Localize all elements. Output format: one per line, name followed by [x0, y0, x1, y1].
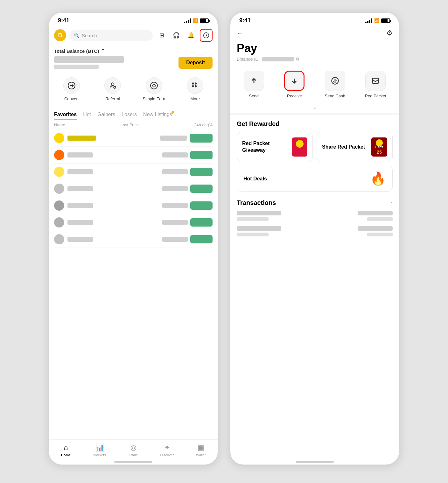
nav-markets-label: Markets	[93, 453, 106, 457]
tab-hot[interactable]: Hot	[83, 112, 91, 120]
tx-status	[367, 217, 393, 221]
right-status-bar: 9:41 📶	[230, 13, 399, 26]
table-row[interactable]	[54, 197, 213, 214]
more-icon	[187, 77, 203, 94]
tx-name	[237, 226, 281, 231]
svg-point-7	[195, 83, 196, 84]
tx-name	[237, 211, 281, 215]
transactions-header: Transactions ›	[237, 199, 393, 206]
table-row[interactable]	[54, 130, 213, 147]
left-phone: 9:41 📶 B 🔍 Search ⊞ �	[49, 13, 218, 465]
pay-action-send[interactable]: Send	[234, 67, 274, 102]
tx-right	[358, 211, 393, 221]
rewards-grid: Red Packet Giveaway Share Red Packet USD…	[237, 132, 393, 162]
pay-action-red-packet[interactable]: Red Packet	[355, 67, 396, 102]
nav-discover-label: Discover	[160, 453, 174, 457]
section-divider	[230, 113, 399, 115]
back-button[interactable]: ←	[237, 29, 244, 37]
pay-action-receive[interactable]: Receive	[274, 67, 315, 102]
tab-favorites[interactable]: Favorites	[54, 112, 77, 120]
left-status-bar: 9:41 📶	[49, 13, 218, 26]
settings-icon[interactable]: ⚙	[386, 29, 393, 37]
binance-id-label: Binance ID:	[237, 57, 260, 62]
wifi-icon: 📶	[374, 18, 379, 23]
table-row[interactable]	[54, 164, 213, 180]
svg-rect-11	[373, 78, 379, 83]
referral-label: Referral	[105, 96, 120, 101]
tx-right	[358, 226, 393, 236]
share-red-packet-label: Share Red Packet	[322, 144, 365, 150]
svg-point-9	[195, 86, 196, 87]
simple-earn-icon	[146, 77, 162, 94]
balance-section: Total Balance (BTC) ⌃ Deposit	[49, 44, 218, 72]
home-indicator	[114, 461, 152, 463]
price-col-header: Last Price	[121, 122, 139, 127]
tab-gainers[interactable]: Gainers	[97, 112, 115, 120]
receive-icon-box	[284, 71, 304, 91]
pay-title: Pay	[230, 38, 399, 56]
action-simple-earn[interactable]: Simple Earn	[134, 74, 174, 104]
expand-row[interactable]: ⌄	[230, 103, 399, 113]
coin-info	[54, 150, 162, 160]
table-row[interactable]	[237, 226, 393, 236]
receive-label: Receive	[287, 94, 302, 98]
tx-amount	[358, 226, 393, 231]
red-packet-giveaway-label: Red Packet Giveaway	[242, 140, 292, 154]
red-packet-icon-box	[365, 71, 386, 91]
nav-home[interactable]: ⌂ Home	[49, 442, 83, 458]
pay-icon[interactable]	[200, 29, 213, 42]
tx-date	[237, 217, 269, 221]
nav-wallet[interactable]: ▣ Wallet	[184, 442, 218, 458]
nav-markets[interactable]: 📊 Markets	[83, 442, 116, 458]
send-cash-icon-box	[325, 71, 345, 91]
deposit-button[interactable]: Deposit	[178, 57, 213, 69]
tx-left	[237, 211, 281, 221]
coin-info	[54, 200, 162, 211]
search-bar[interactable]: 🔍 Search	[69, 30, 153, 41]
wifi-icon: 📶	[193, 18, 198, 23]
pay-actions: Send Receive Send Cash	[230, 66, 399, 103]
pay-action-send-cash[interactable]: Send Cash	[315, 67, 355, 102]
share-red-packet-icon: USDT 25	[371, 137, 387, 157]
battery-icon	[200, 18, 209, 23]
hot-deals-card[interactable]: Hot Deals 🔥	[237, 166, 393, 192]
left-time: 9:41	[58, 17, 69, 24]
bell-icon[interactable]: 🔔	[185, 30, 197, 41]
balance-title: Total Balance (BTC) ⌃	[54, 48, 213, 54]
markets-icon: 📊	[95, 444, 104, 452]
chevron-right-icon[interactable]: ›	[391, 200, 393, 206]
balance-row: Deposit	[54, 56, 213, 69]
usdt-label: USDT	[375, 146, 383, 149]
svg-point-2	[111, 83, 114, 86]
red-packet-giveaway-icon	[292, 137, 307, 157]
send-label: Send	[249, 94, 259, 98]
red-packet-giveaway-card[interactable]: Red Packet Giveaway	[237, 132, 313, 162]
scan-icon[interactable]: ⊞	[156, 30, 167, 41]
usdt-amount: 25	[377, 150, 382, 155]
tx-date	[237, 233, 269, 236]
action-convert[interactable]: Convert	[52, 74, 92, 104]
copy-icon[interactable]: ⧉	[296, 56, 299, 62]
table-row[interactable]	[54, 214, 213, 231]
home-indicator	[296, 461, 334, 463]
share-red-packet-card[interactable]: Share Red Packet USDT 25	[317, 132, 393, 162]
right-header: ← ⚙	[230, 26, 399, 38]
table-row[interactable]	[54, 147, 213, 164]
search-icon: 🔍	[74, 33, 79, 38]
discover-icon: ✦	[164, 444, 170, 452]
tab-losers[interactable]: Losers	[122, 112, 137, 120]
action-more[interactable]: More	[175, 74, 215, 104]
right-phone: 9:41 📶 ← ⚙ Pay Binance ID:	[230, 13, 399, 465]
table-row[interactable]	[54, 180, 213, 197]
table-row[interactable]	[237, 211, 393, 221]
action-referral[interactable]: Referral	[93, 74, 133, 104]
battery-icon	[381, 18, 390, 23]
headset-icon[interactable]: 🎧	[171, 30, 182, 41]
tab-new-listings[interactable]: New Listings	[143, 112, 172, 120]
table-row[interactable]	[54, 231, 213, 248]
get-rewarded-section: Get Rewarded Red Packet Giveaway Share R…	[230, 115, 399, 194]
binance-logo[interactable]: B	[54, 29, 66, 41]
left-status-icons: 📶	[184, 18, 209, 23]
nav-discover[interactable]: ✦ Discover	[150, 442, 184, 458]
nav-trade[interactable]: ◎ Trade	[116, 442, 150, 458]
